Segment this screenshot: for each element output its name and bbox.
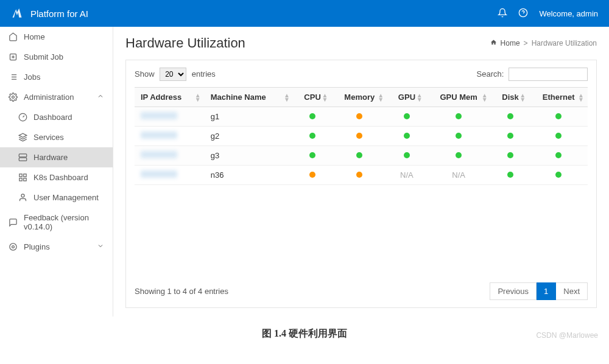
svg-rect-12 bbox=[19, 158, 27, 161]
sidebar-item-plugins[interactable]: Plugins bbox=[0, 237, 113, 257]
cell-eth bbox=[529, 166, 588, 185]
status-dot bbox=[404, 113, 410, 119]
status-dot bbox=[356, 133, 362, 139]
sidebar-item-admin[interactable]: Administration bbox=[0, 87, 113, 107]
status-dot bbox=[507, 133, 513, 139]
main-content: Hardware Utilization Home > Hardware Uti… bbox=[113, 27, 609, 317]
cell-ip bbox=[135, 166, 205, 185]
status-dot bbox=[404, 133, 410, 139]
col-cpu[interactable]: CPU▲▼ bbox=[294, 88, 331, 107]
table-info: Showing 1 to 4 of 4 entries bbox=[135, 287, 228, 296]
col-name[interactable]: Machine Name▲▼ bbox=[205, 88, 294, 107]
status-dot bbox=[507, 172, 513, 178]
page-title: Hardware Utilization bbox=[125, 35, 245, 51]
breadcrumb-home[interactable]: Home bbox=[501, 39, 520, 47]
cell-mem bbox=[331, 146, 387, 166]
page-head: Hardware Utilization Home > Hardware Uti… bbox=[125, 35, 597, 51]
sidebar-item-label: K8s Dashboard bbox=[33, 173, 88, 182]
na-label: N/A bbox=[400, 170, 414, 180]
col-gpu[interactable]: GPU▲▼ bbox=[387, 88, 426, 107]
svg-point-17 bbox=[21, 194, 24, 197]
cell-mem bbox=[331, 127, 387, 146]
show-entries: Show 20 entries bbox=[135, 68, 216, 81]
cell-gpu bbox=[387, 146, 426, 166]
cell-gpumem: N/A bbox=[426, 166, 491, 185]
sidebar-item-dashboard[interactable]: Dashboard bbox=[0, 107, 113, 127]
entries-label: entries bbox=[192, 69, 216, 79]
chevron-down-icon bbox=[97, 242, 104, 251]
status-dot bbox=[356, 152, 362, 158]
header-left: Platform for AI bbox=[11, 7, 88, 19]
cell-eth bbox=[529, 107, 588, 127]
sidebar-item-k8s[interactable]: K8s Dashboard bbox=[0, 167, 113, 187]
cell-eth bbox=[529, 127, 588, 146]
table-controls: Show 20 entries Search: bbox=[135, 68, 588, 81]
status-dot bbox=[555, 172, 561, 178]
sort-icon: ▲▼ bbox=[417, 93, 423, 102]
top-header: Platform for AI Welcome, admin bbox=[0, 0, 609, 27]
sort-icon: ▲▼ bbox=[378, 93, 384, 102]
user-icon bbox=[18, 193, 27, 202]
sort-icon: ▲▼ bbox=[195, 93, 201, 102]
sidebar-item-hardware[interactable]: Hardware bbox=[0, 147, 113, 167]
sidebar-item-home[interactable]: Home bbox=[0, 27, 113, 47]
list-icon bbox=[9, 72, 18, 82]
gauge-icon bbox=[18, 113, 27, 122]
sort-icon: ▲▼ bbox=[519, 93, 526, 102]
cell-name: g2 bbox=[205, 127, 294, 146]
status-dot bbox=[309, 172, 315, 178]
grid-icon bbox=[18, 173, 27, 182]
prev-button[interactable]: Previous bbox=[490, 282, 537, 300]
col-disk[interactable]: Disk▲▼ bbox=[491, 88, 529, 107]
breadcrumb-current: Hardware Utilization bbox=[532, 39, 597, 47]
cell-gpumem bbox=[426, 127, 491, 146]
cell-cpu bbox=[294, 107, 331, 127]
status-dot bbox=[555, 152, 561, 158]
sidebar-item-services[interactable]: Services bbox=[0, 127, 113, 147]
svg-marker-10 bbox=[19, 133, 27, 137]
table-card: Show 20 entries Search: IP Address▲▼ Mac… bbox=[125, 60, 597, 308]
status-dot bbox=[356, 113, 362, 119]
sort-icon: ▲▼ bbox=[578, 93, 584, 102]
cell-gpu bbox=[387, 107, 426, 127]
sort-icon: ▲▼ bbox=[284, 93, 290, 102]
entries-select[interactable]: 20 bbox=[160, 68, 186, 81]
cell-mem bbox=[331, 107, 387, 127]
search-label: Search: bbox=[477, 69, 504, 79]
table-row[interactable]: g2 bbox=[135, 127, 588, 146]
cell-gpu bbox=[387, 127, 426, 146]
sidebar-item-jobs[interactable]: Jobs bbox=[0, 67, 113, 87]
col-ip[interactable]: IP Address▲▼ bbox=[135, 88, 205, 107]
header-right: Welcome, admin bbox=[498, 8, 598, 19]
hardware-table: IP Address▲▼ Machine Name▲▼ CPU▲▼ Memory… bbox=[135, 87, 588, 185]
cell-disk bbox=[491, 166, 529, 185]
col-eth[interactable]: Ethernet▲▼ bbox=[529, 88, 588, 107]
sort-icon: ▲▼ bbox=[322, 93, 328, 102]
sidebar-item-users[interactable]: User Management bbox=[0, 187, 113, 208]
welcome-label[interactable]: Welcome, admin bbox=[539, 9, 598, 18]
table-row[interactable]: n36N/AN/A bbox=[135, 166, 588, 185]
bell-icon[interactable] bbox=[498, 8, 507, 19]
svg-rect-11 bbox=[19, 154, 27, 157]
sidebar-item-label: Jobs bbox=[24, 72, 40, 82]
page-button[interactable]: 1 bbox=[537, 282, 556, 300]
layers-icon bbox=[18, 133, 27, 142]
search-box: Search: bbox=[477, 68, 588, 81]
cell-eth bbox=[529, 146, 588, 166]
cell-disk bbox=[491, 127, 529, 146]
search-input[interactable] bbox=[509, 68, 588, 81]
status-dot bbox=[456, 113, 462, 119]
sidebar-item-label: Submit Job bbox=[24, 52, 63, 61]
sidebar-item-feedback[interactable]: Feedback (version v0.14.0) bbox=[0, 208, 113, 237]
home-icon bbox=[9, 32, 18, 41]
help-icon[interactable] bbox=[518, 8, 528, 19]
sidebar-item-submit[interactable]: Submit Job bbox=[0, 47, 113, 67]
gear-icon bbox=[9, 93, 18, 102]
col-gpumem[interactable]: GPU Mem▲▼ bbox=[426, 88, 491, 107]
next-button[interactable]: Next bbox=[556, 282, 588, 300]
table-row[interactable]: g3 bbox=[135, 146, 588, 166]
table-row[interactable]: g1 bbox=[135, 107, 588, 127]
chevron-up-icon bbox=[97, 93, 104, 102]
watermark: CSDN @Marlowee bbox=[536, 331, 598, 340]
col-mem[interactable]: Memory▲▼ bbox=[331, 88, 387, 107]
